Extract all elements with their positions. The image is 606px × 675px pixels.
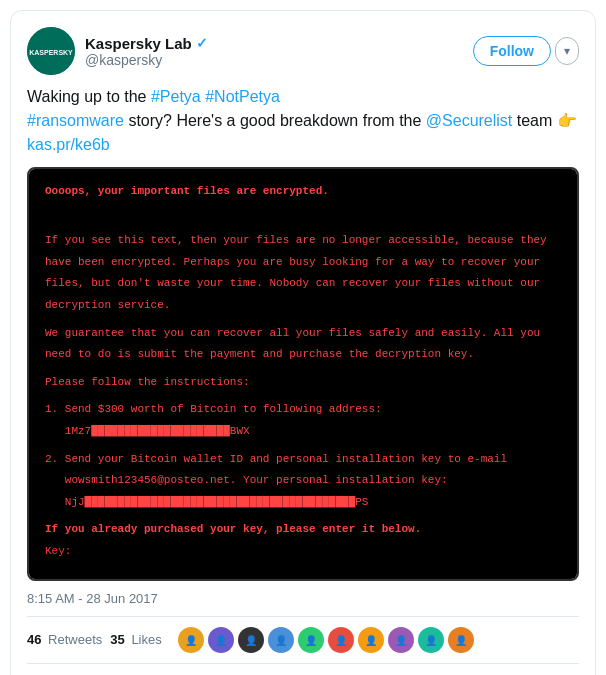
- ransom-line-9: 1. Send $300 worth of Bitcoin to followi…: [45, 401, 561, 419]
- liker-avatar-10: 👤: [448, 627, 474, 653]
- ransom-line-11: 2. Send your Bitcoin wallet ID and perso…: [45, 451, 561, 469]
- tweet-timestamp: 8:15 AM - 28 Jun 2017: [27, 591, 579, 617]
- ransomware-screen: Oooops, your important files are encrypt…: [29, 169, 577, 579]
- ransom-line-1: Oooops, your important files are encrypt…: [45, 183, 561, 201]
- svg-text:👤: 👤: [395, 634, 408, 647]
- hashtag-petya[interactable]: #Petya: [151, 88, 201, 105]
- svg-text:👤: 👤: [335, 634, 348, 647]
- retweet-count: 46: [27, 632, 41, 647]
- chevron-button[interactable]: ▾: [555, 37, 579, 65]
- hashtag-ransomware[interactable]: #ransomware: [27, 112, 124, 129]
- follow-button[interactable]: Follow: [473, 36, 551, 66]
- chevron-down-icon: ▾: [564, 44, 570, 58]
- tweet-stats: 46 Retweets 35 Likes 👤 👤 👤 👤 👤 👤 👤 👤 👤 👤: [27, 627, 579, 664]
- ransom-line-12: wowsmith123456@posteo.net. Your personal…: [45, 472, 561, 490]
- liker-avatar-2: 👤: [208, 627, 234, 653]
- ransom-line-3: have been encrypted. Perhaps you are bus…: [45, 254, 561, 272]
- ransom-line-10: 1Mz7█████████████████████BWX: [45, 423, 561, 441]
- liker-avatar-4: 👤: [268, 627, 294, 653]
- tweet-body: Waking up to the #Petya #NotPetya #ranso…: [27, 85, 579, 157]
- svg-text:👤: 👤: [245, 634, 258, 647]
- ransom-line-8: Please follow the instructions:: [45, 374, 561, 392]
- mention-securelist[interactable]: @Securelist: [426, 112, 513, 129]
- hashtag-notpetya[interactable]: #NotPetya: [205, 88, 280, 105]
- ransom-line-6: We guarantee that you can recover all yo…: [45, 325, 561, 343]
- like-count: 35: [110, 632, 124, 647]
- svg-text:👤: 👤: [185, 634, 198, 647]
- ransom-line-15: Key:: [45, 543, 561, 561]
- avatar[interactable]: KASPERSKY: [27, 27, 75, 75]
- svg-text:👤: 👤: [365, 634, 378, 647]
- ransom-line-7: need to do is submit the payment and pur…: [45, 346, 561, 364]
- ransom-line-5: decryption service.: [45, 297, 561, 315]
- liker-avatar-7: 👤: [358, 627, 384, 653]
- verified-icon: ✓: [196, 35, 208, 51]
- tweet-header: KASPERSKY Kaspersky Lab ✓ @kaspersky Fol…: [27, 27, 579, 75]
- ransomware-image: Oooops, your important files are encrypt…: [27, 167, 579, 581]
- svg-text:👤: 👤: [425, 634, 438, 647]
- like-stat[interactable]: 35 Likes: [110, 632, 161, 647]
- liker-avatar-9: 👤: [418, 627, 444, 653]
- likers-avatars: 👤 👤 👤 👤 👤 👤 👤 👤 👤 👤: [178, 627, 474, 653]
- body-text-1: Waking up to the: [27, 88, 151, 105]
- svg-text:👤: 👤: [275, 634, 288, 647]
- like-label: Likes: [131, 632, 161, 647]
- ransom-line-13: NjJ█████████████████████████████████████…: [45, 494, 561, 512]
- liker-avatar-5: 👤: [298, 627, 324, 653]
- svg-text:👤: 👤: [215, 634, 228, 647]
- retweet-label: Retweets: [48, 632, 102, 647]
- tweet-header-left: KASPERSKY Kaspersky Lab ✓ @kaspersky: [27, 27, 208, 75]
- ransom-gap-1: [45, 205, 561, 223]
- body-text-4: team 👉: [512, 112, 576, 129]
- tweet-card: KASPERSKY Kaspersky Lab ✓ @kaspersky Fol…: [10, 10, 596, 675]
- ransom-line-4: files, but don't waste your time. Nobody…: [45, 275, 561, 293]
- svg-text:KASPERSKY: KASPERSKY: [29, 49, 73, 56]
- user-name-text[interactable]: Kaspersky Lab: [85, 35, 192, 52]
- svg-text:👤: 👤: [305, 634, 318, 647]
- kaspersky-logo-svg: KASPERSKY: [27, 27, 75, 75]
- tweet-actions: 46 35: [27, 672, 579, 676]
- follow-button-area: Follow ▾: [473, 36, 579, 66]
- user-info: Kaspersky Lab ✓ @kaspersky: [85, 35, 208, 68]
- body-text-3: story? Here's a good breakdown from the: [124, 112, 426, 129]
- tweet-link[interactable]: kas.pr/ke6b: [27, 136, 110, 153]
- liker-avatar-8: 👤: [388, 627, 414, 653]
- ransom-line-14: If you already purchased your key, pleas…: [45, 521, 561, 539]
- ransom-line-2: If you see this text, then your files ar…: [45, 232, 561, 250]
- retweet-stat[interactable]: 46 Retweets: [27, 632, 102, 647]
- svg-text:👤: 👤: [455, 634, 468, 647]
- user-name-display: Kaspersky Lab ✓: [85, 35, 208, 52]
- liker-avatar-1: 👤: [178, 627, 204, 653]
- liker-avatar-3: 👤: [238, 627, 264, 653]
- user-handle[interactable]: @kaspersky: [85, 52, 208, 68]
- liker-avatar-6: 👤: [328, 627, 354, 653]
